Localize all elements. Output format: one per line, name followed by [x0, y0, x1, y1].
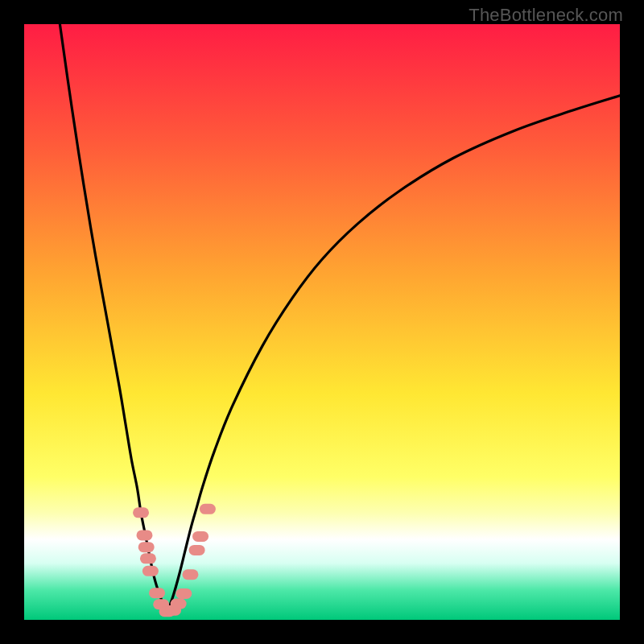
marker-point: [189, 545, 205, 555]
marker-point: [192, 531, 208, 542]
marker-point: [142, 566, 159, 576]
marker-point: [175, 588, 192, 599]
marker-point: [140, 553, 156, 564]
marker-point: [200, 504, 216, 514]
marker-point: [182, 569, 198, 580]
plot-area: [24, 24, 620, 620]
outer-black-frame: TheBottleneck.com: [0, 0, 644, 644]
marker-point: [138, 542, 155, 552]
watermark-text: TheBottleneck.com: [469, 5, 623, 26]
chart-curves: [24, 24, 620, 620]
data-markers: [133, 504, 216, 617]
marker-point: [171, 599, 187, 609]
curve-left-branch: [60, 24, 167, 613]
marker-point: [133, 507, 149, 518]
marker-point: [149, 588, 165, 598]
marker-point: [136, 530, 152, 540]
curve-right-branch: [167, 96, 620, 613]
